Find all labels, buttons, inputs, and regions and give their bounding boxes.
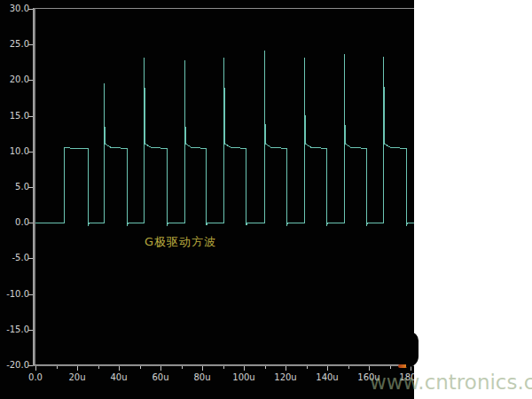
watermark-text: www.cntronics.com [370, 372, 532, 394]
waveform-annotation: G极驱动方波 [145, 235, 216, 249]
square-wave-path [35, 51, 414, 225]
waveform-trace [0, 0, 414, 399]
simulation-screenshot: 30.025.020.015.010.05.00.0-5.0-10.0-15.0… [0, 0, 532, 399]
plot-area: 30.025.020.015.010.05.00.0-5.0-10.0-15.0… [0, 0, 414, 399]
plot-edge-artifact [406, 332, 419, 367]
